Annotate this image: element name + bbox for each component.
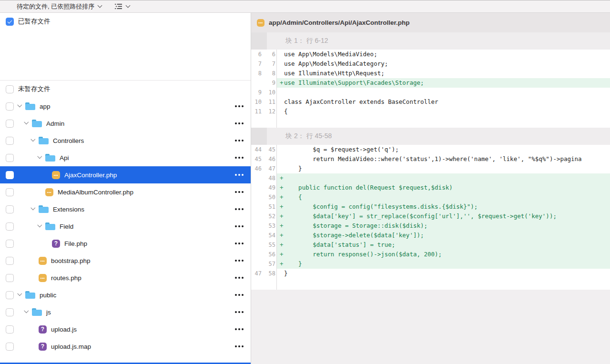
untracked-file-icon: ?: [52, 240, 60, 248]
diff-file-path: app/Admin/Controllers/Api/AjaxController…: [269, 19, 410, 26]
code-text: $storage = Storage::disk($disk);: [284, 221, 427, 231]
pending-files-sort-dropdown[interactable]: 待定的文件, 已依照路径排序: [17, 2, 102, 11]
ellipsis-menu-button[interactable]: [235, 311, 244, 313]
diff-line[interactable]: 47 58 }: [251, 269, 610, 278]
row-checkbox[interactable]: [6, 205, 14, 213]
ellipsis-menu-button[interactable]: [235, 105, 244, 107]
ellipsis-menu-button[interactable]: [235, 140, 244, 142]
tree-row[interactable]: app: [0, 98, 251, 115]
new-line-number: 54: [262, 231, 275, 240]
diff-line[interactable]: 8 8 use Illuminate\Http\Request;: [251, 69, 610, 78]
diff-line[interactable]: 10 11 class AjaxController extends BaseC…: [251, 97, 610, 107]
tree-row[interactable]: ? upload.js: [0, 321, 251, 338]
ellipsis-menu-button[interactable]: [235, 328, 244, 330]
row-checkbox[interactable]: [6, 240, 14, 248]
row-checkbox[interactable]: [6, 137, 14, 145]
folder-icon: [25, 291, 35, 299]
ellipsis-menu-button[interactable]: [235, 157, 244, 159]
row-checkbox[interactable]: [6, 291, 14, 299]
file-tree: app Admin Controllers Api: [0, 98, 251, 355]
ellipsis-menu-button[interactable]: [235, 191, 244, 193]
ellipsis-menu-button[interactable]: [235, 260, 244, 262]
ellipsis-menu-button[interactable]: [235, 294, 244, 296]
diff-line[interactable]: 55 + $data['status'] = true;: [251, 240, 610, 250]
ellipsis-menu-button[interactable]: [235, 345, 244, 347]
diff-line[interactable]: 44 45 $q = $request->get('q');: [251, 145, 610, 154]
chevron-down-icon[interactable]: [24, 120, 28, 124]
diff-line[interactable]: 9 10: [251, 88, 610, 97]
diff-line[interactable]: 54 + $storage->delete($data['key']);: [251, 231, 610, 240]
untracked-file-icon: ?: [39, 343, 47, 351]
ellipsis-menu-button[interactable]: [235, 122, 244, 124]
tree-row[interactable]: ••• MediaAlbumController.php: [0, 183, 251, 201]
diff-line[interactable]: 57 + }: [251, 259, 610, 269]
old-line-number: 45: [251, 154, 262, 164]
diff-line[interactable]: 50 + {: [251, 192, 610, 202]
chevron-down-icon[interactable]: [30, 137, 35, 141]
tree-row[interactable]: Field: [0, 218, 251, 235]
ellipsis-menu-button[interactable]: [235, 277, 244, 279]
diff-line[interactable]: 7 7 use App\Models\MediaCategory;: [251, 59, 610, 69]
diff-line[interactable]: 56 + return response()->json($data, 200)…: [251, 250, 610, 259]
tree-row[interactable]: public: [0, 286, 251, 303]
ellipsis-menu-button[interactable]: [235, 225, 244, 227]
diff-line[interactable]: 9 + use Illuminate\Support\Facades\Stora…: [251, 78, 610, 88]
row-checkbox[interactable]: [6, 308, 14, 316]
diff-line[interactable]: 52 + $data['key'] = str_replace($config[…: [251, 212, 610, 221]
row-checkbox[interactable]: [6, 257, 14, 265]
row-checkbox[interactable]: [6, 154, 14, 162]
view-options-dropdown[interactable]: [115, 3, 130, 10]
tree-row[interactable]: ••• routes.php: [0, 269, 251, 286]
unstaged-checkbox[interactable]: [6, 85, 14, 93]
tree-row[interactable]: js: [0, 303, 251, 321]
diff-line[interactable]: 48 +: [251, 173, 610, 183]
tree-row[interactable]: ? upload.js.map: [0, 338, 251, 355]
chevron-down-icon[interactable]: [17, 291, 21, 295]
chevron-down-icon[interactable]: [37, 154, 41, 158]
diff-line[interactable]: 51 + $config = config("filesystems.disks…: [251, 202, 610, 212]
folder-icon: [25, 102, 35, 110]
tree-row[interactable]: Controllers: [0, 132, 251, 149]
tree-row[interactable]: Api: [0, 149, 251, 166]
row-checkbox[interactable]: [6, 102, 14, 111]
chevron-down-icon[interactable]: [37, 222, 41, 227]
diff-line[interactable]: 45 46 return MediaVideo::where('status',…: [251, 154, 610, 164]
row-checkbox[interactable]: [6, 325, 14, 334]
tree-row[interactable]: ••• AjaxController.php: [0, 166, 251, 183]
row-checkbox[interactable]: [6, 171, 14, 179]
code-text: {: [284, 192, 302, 202]
diff-block-lines: 44 45 $q = $request->get('q'); 45 46 ret…: [251, 145, 610, 278]
row-checkbox[interactable]: [6, 120, 14, 128]
added-marker: +: [277, 231, 284, 240]
diff-block-title: 块 1： 行 6-12: [285, 37, 328, 45]
chevron-down-icon[interactable]: [17, 102, 21, 107]
row-checkbox[interactable]: [6, 343, 14, 351]
row-checkbox[interactable]: [6, 274, 14, 282]
folder-icon: [45, 154, 55, 162]
row-checkbox[interactable]: [6, 222, 14, 231]
chevron-down-icon: [98, 3, 102, 8]
ellipsis-menu-button[interactable]: [235, 174, 244, 176]
tree-row[interactable]: Admin: [0, 115, 251, 132]
tree-row[interactable]: ••• bootstrap.php: [0, 252, 251, 269]
diff-line[interactable]: 53 + $storage = Storage::disk($disk);: [251, 221, 610, 231]
row-checkbox[interactable]: [6, 188, 14, 196]
diff-line[interactable]: 6 6 use App\Models\MediaVideo;: [251, 50, 610, 59]
toolbar: 待定的文件, 已依照路径排序: [0, 0, 610, 13]
new-line-number: 7: [262, 59, 275, 69]
tree-row[interactable]: ? File.php: [0, 235, 251, 252]
code-text: use App\Models\MediaVideo;: [284, 50, 377, 59]
ellipsis-menu-button[interactable]: [235, 243, 244, 244]
tree-row[interactable]: Extensions: [0, 201, 251, 218]
chevron-down-icon[interactable]: [30, 205, 35, 210]
diff-line[interactable]: 11 12 {: [251, 107, 610, 116]
chevron-down-icon[interactable]: [24, 308, 28, 313]
diff-line[interactable]: 46 47 }: [251, 164, 610, 173]
old-line-number: 46: [251, 164, 262, 173]
diff-line[interactable]: 49 + public function del(Request $reques…: [251, 183, 610, 192]
staged-checkbox[interactable]: [6, 18, 14, 26]
ellipsis-menu-button[interactable]: [235, 208, 244, 210]
modified-file-icon: •••: [39, 257, 47, 265]
code-text: }: [284, 164, 302, 173]
diff-blocks: 块 1： 行 6-12 6 6 use App\Models\MediaVide…: [251, 32, 610, 290]
